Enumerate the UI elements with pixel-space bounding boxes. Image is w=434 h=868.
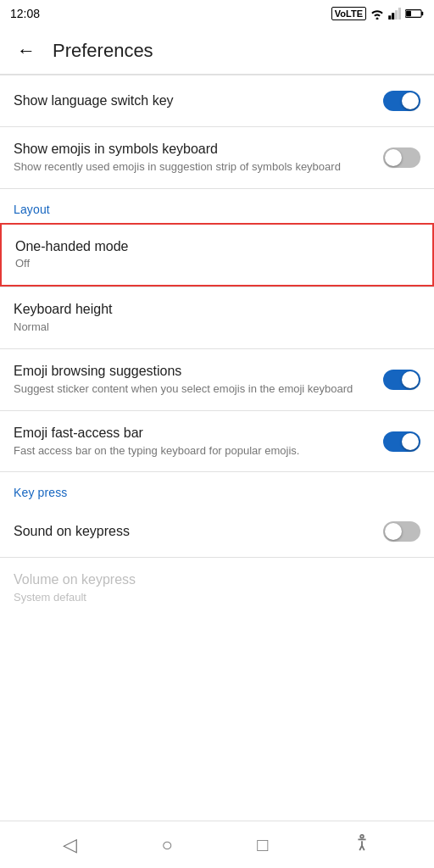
- setting-title-one-handed: One-handed mode: [15, 238, 409, 256]
- nav-recents-icon: □: [257, 834, 268, 856]
- status-time: 12:08: [10, 7, 40, 20]
- app-bar: ← Preferences: [0, 27, 434, 75]
- nav-recents-button[interactable]: □: [250, 827, 275, 863]
- setting-title-sound-keypress: Sound on keypress: [14, 523, 373, 541]
- setting-emoji-browsing[interactable]: Emoji browsing suggestions Suggest stick…: [0, 349, 434, 410]
- setting-subtitle-emoji-fast-access: Fast access bar on the typing keyboard f…: [14, 444, 373, 459]
- setting-title-volume-keypress: Volume on keypress: [14, 571, 410, 589]
- svg-point-0: [376, 18, 379, 20]
- toggle-show-language[interactable]: [383, 91, 420, 111]
- battery-icon: [405, 8, 424, 19]
- setting-title-emoji-fast-access: Emoji fast-access bar: [14, 425, 373, 442]
- svg-rect-3: [395, 10, 398, 19]
- nav-home-button[interactable]: ○: [154, 827, 179, 863]
- section-header-keypress: Key press: [0, 472, 434, 506]
- back-button[interactable]: ←: [14, 36, 39, 65]
- setting-subtitle-emoji-browsing: Suggest sticker content when you select …: [14, 382, 373, 397]
- setting-subtitle-volume-keypress: System default: [14, 591, 410, 605]
- settings-list: Show language switch key Show emojis in …: [0, 75, 434, 821]
- svg-rect-4: [398, 8, 401, 19]
- setting-title-keyboard-height: Keyboard height: [14, 301, 410, 319]
- setting-keyboard-height[interactable]: Keyboard height Normal: [0, 287, 434, 348]
- nav-accessibility-button[interactable]: [346, 826, 378, 863]
- svg-rect-7: [406, 11, 411, 17]
- setting-subtitle-one-handed: Off: [15, 257, 409, 271]
- bottom-nav: ◁ ○ □: [0, 821, 434, 868]
- nav-back-button[interactable]: ◁: [56, 827, 84, 863]
- setting-show-emojis-symbols[interactable]: Show emojis in symbols keyboard Show rec…: [0, 127, 434, 188]
- svg-rect-2: [392, 13, 394, 19]
- svg-rect-6: [421, 12, 423, 15]
- toggle-emoji-fast-access[interactable]: [383, 431, 420, 452]
- toggle-show-emojis[interactable]: [383, 147, 420, 168]
- setting-volume-on-keypress: Volume on keypress System default: [0, 558, 434, 619]
- wifi-icon: [370, 8, 385, 19]
- setting-show-language-switch[interactable]: Show language switch key: [0, 75, 434, 126]
- section-header-layout: Layout: [0, 189, 434, 223]
- page-title: Preferences: [53, 40, 153, 62]
- svg-point-8: [360, 835, 364, 838]
- toggle-emoji-browsing[interactable]: [383, 370, 420, 390]
- setting-emoji-fast-access[interactable]: Emoji fast-access bar Fast access bar on…: [0, 411, 434, 472]
- setting-sound-on-keypress[interactable]: Sound on keypress: [0, 506, 434, 557]
- svg-rect-1: [388, 15, 391, 19]
- status-bar: 12:08 VoLTE: [0, 0, 434, 27]
- setting-title-emoji-browsing: Emoji browsing suggestions: [14, 363, 373, 381]
- signal-icon: [388, 8, 402, 19]
- volte-icon: VoLTE: [331, 7, 366, 20]
- setting-title-show-language: Show language switch key: [14, 92, 373, 110]
- setting-one-handed-mode[interactable]: One-handed mode Off: [0, 223, 434, 287]
- setting-subtitle-keyboard-height: Normal: [14, 320, 410, 335]
- setting-subtitle-emojis-symbols: Show recently used emojis in suggestion …: [14, 160, 373, 175]
- setting-title-emojis-symbols: Show emojis in symbols keyboard: [14, 141, 373, 159]
- nav-home-icon: ○: [161, 834, 172, 856]
- toggle-sound-keypress[interactable]: [383, 521, 420, 542]
- nav-accessibility-icon: [353, 833, 371, 856]
- status-icons: VoLTE: [331, 7, 424, 20]
- nav-back-icon: ◁: [63, 834, 77, 856]
